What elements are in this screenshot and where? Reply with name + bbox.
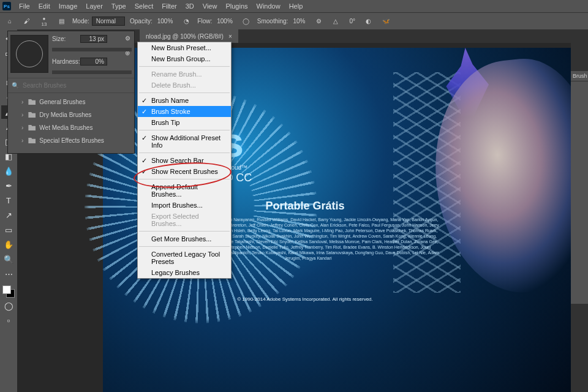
document-tab[interactable]: nload.jpg @ 100% (RGB/8#) × xyxy=(140,29,238,43)
document-tab-label: nload.jpg @ 100% (RGB/8#) xyxy=(146,33,224,40)
size-label: Size: xyxy=(52,36,80,42)
menu-item: Delete Brush... xyxy=(138,80,231,91)
menu-layer[interactable]: Layer xyxy=(81,2,107,10)
hardness-label: Hardness: xyxy=(52,58,80,65)
menu-separator xyxy=(139,130,230,130)
brush-folder[interactable]: General Brushes xyxy=(8,96,134,108)
panel-gear-icon[interactable]: ⚙ xyxy=(123,34,132,42)
menu-item[interactable]: New Brush Preset... xyxy=(138,42,231,53)
opacity-value[interactable]: 100% xyxy=(155,17,176,25)
folder-icon xyxy=(28,125,36,130)
quick-mask-icon[interactable]: ◯ xyxy=(1,299,16,312)
pressure-size-icon[interactable]: ◐ xyxy=(363,15,375,28)
size-slider[interactable] xyxy=(52,48,132,51)
menu-item: Rename Brush... xyxy=(138,69,231,80)
menu-filter[interactable]: Filter xyxy=(157,2,181,10)
opacity-label: Opacity: xyxy=(130,18,153,24)
angle-value[interactable]: 0° xyxy=(347,17,358,25)
menu-item[interactable]: Get More Brushes... xyxy=(138,233,231,244)
menu-separator xyxy=(139,92,230,93)
home-icon[interactable]: ⌂ xyxy=(4,15,16,28)
menu-item[interactable]: Show Additional Preset Info xyxy=(138,132,231,151)
menu-item[interactable]: Brush Stroke xyxy=(138,106,231,117)
app-logo: Ps xyxy=(2,2,11,10)
more-tools[interactable]: ⋯ xyxy=(1,267,16,281)
brush-tool-icon[interactable]: 🖌 xyxy=(21,15,33,28)
mode-dropdown[interactable]: Normal xyxy=(92,17,125,26)
mode-label: Mode: xyxy=(72,18,89,24)
brush-settings-menu: New Brush Preset...New Brush Group...Ren… xyxy=(137,42,232,279)
brush-preview xyxy=(10,35,48,73)
menu-help[interactable]: Help xyxy=(285,2,307,10)
menu-plugins[interactable]: Plugins xyxy=(221,2,252,10)
brush-folder[interactable]: Special Effects Brushes xyxy=(8,134,134,147)
menu-item[interactable]: Converted Legacy Tool Presets xyxy=(138,249,231,267)
brush-panel-header[interactable]: Brush xyxy=(571,71,588,81)
menu-file[interactable]: File xyxy=(15,2,34,10)
brush-preset-panel: ⚙ ⊕ Size:13 px Hardness:0% 🔍 General Bru… xyxy=(7,31,135,154)
path-tool[interactable]: ↗ xyxy=(1,208,16,222)
hand-tool[interactable]: ✋ xyxy=(1,238,16,251)
brush-panel-toggle-icon[interactable]: ▤ xyxy=(55,15,67,28)
brush-folder[interactable]: Dry Media Brushes xyxy=(8,108,134,121)
symmetry-icon[interactable]: 🦋 xyxy=(380,15,392,28)
splash-copyright: © 1990-2014 Adobe Systems Incorporated. … xyxy=(201,296,409,302)
folder-icon xyxy=(28,138,36,143)
hardness-slider[interactable] xyxy=(52,70,132,74)
search-input[interactable] xyxy=(23,82,130,89)
search-icon: 🔍 xyxy=(12,82,19,89)
pressure-opacity-icon[interactable]: ◔ xyxy=(180,15,192,28)
menu-item[interactable]: Show Recent Brushes xyxy=(138,166,231,177)
menu-image[interactable]: Image xyxy=(55,2,82,10)
smoothing-options-icon[interactable]: ⚙ xyxy=(312,15,325,28)
menu-item[interactable]: Append Default Brushes... xyxy=(138,181,231,200)
flow-label: Flow: xyxy=(197,18,212,24)
menu-item[interactable]: New Brush Group... xyxy=(138,53,231,64)
color-swatch[interactable] xyxy=(2,285,15,298)
menu-separator xyxy=(139,66,230,67)
pen-tool[interactable]: ✒ xyxy=(1,179,16,192)
menu-item[interactable]: Brush Tip xyxy=(138,117,231,128)
folder-icon xyxy=(28,99,36,105)
size-value[interactable]: 13 px xyxy=(80,35,107,43)
menu-separator xyxy=(139,179,230,179)
menu-separator xyxy=(139,153,230,153)
hardness-value[interactable]: 0% xyxy=(80,58,107,66)
options-bar: ⌂ 🖌 ●13 ▤ Mode:Normal Opacity:100% ◔ Flo… xyxy=(0,12,588,29)
flow-value[interactable]: 100% xyxy=(214,17,235,25)
smoothing-value[interactable]: 10% xyxy=(290,17,307,25)
airbrush-icon[interactable]: ◯ xyxy=(240,15,252,28)
zoom-tool[interactable]: 🔍 xyxy=(1,252,16,266)
folder-icon xyxy=(28,112,36,118)
brush-preset-picker[interactable]: ●13 xyxy=(38,15,50,28)
brush-folder-list: General Brushes Dry Media Brushes Wet Me… xyxy=(8,93,134,153)
menu-select[interactable]: Select xyxy=(130,2,158,10)
right-panels-dock: Brush xyxy=(571,71,588,304)
brush-folder[interactable]: Wet Media Brushes xyxy=(8,121,134,134)
blur-tool[interactable]: 💧 xyxy=(1,164,16,178)
menu-item[interactable]: Brush Name xyxy=(138,95,231,106)
smoothing-label: Smoothing: xyxy=(257,18,288,24)
splash-title: Portable Grátis xyxy=(201,200,409,213)
menu-window[interactable]: Window xyxy=(252,2,285,10)
menu-separator xyxy=(139,246,230,247)
menu-item[interactable]: Legacy Brushes xyxy=(138,267,231,278)
menu-3d[interactable]: 3D xyxy=(181,2,198,10)
menu-separator xyxy=(139,231,230,232)
shape-tool[interactable]: ▭ xyxy=(1,223,16,236)
menu-type[interactable]: Type xyxy=(107,2,130,10)
type-tool[interactable]: T xyxy=(1,194,16,207)
menu-edit[interactable]: Edit xyxy=(34,2,55,10)
menu-item: Export Selected Brushes... xyxy=(138,211,231,229)
menu-view[interactable]: View xyxy=(198,2,222,10)
close-tab-icon[interactable]: × xyxy=(228,33,232,40)
menu-item[interactable]: Show Search Bar xyxy=(138,155,231,166)
screen-mode-icon[interactable]: ▫ xyxy=(1,314,16,327)
menu-item[interactable]: Import Brushes... xyxy=(138,200,231,211)
angle-icon[interactable]: △ xyxy=(330,15,342,28)
menu-bar: Ps File Edit Image Layer Type Select Fil… xyxy=(0,0,588,12)
